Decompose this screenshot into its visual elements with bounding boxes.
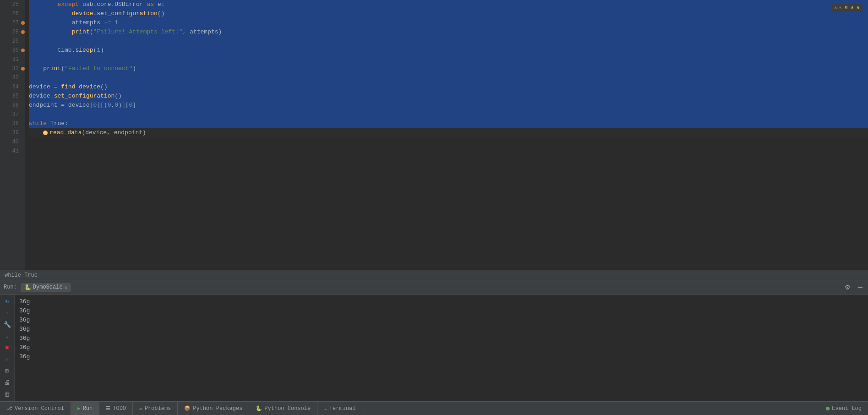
stop-button[interactable]: ■: [2, 344, 12, 352]
run-icon: ▶: [77, 405, 81, 411]
line-num-28: 28: [0, 27, 21, 37]
output-line-5: 36g: [19, 334, 863, 343]
settings-button[interactable]: ⚙: [843, 283, 852, 292]
code-line-38: while True:: [29, 119, 868, 128]
code-line-33: [29, 73, 868, 82]
code-line-36: endpoint = device[0][(0,0)][0]: [29, 101, 868, 110]
code-line-32: print("Failed to connect"): [29, 64, 868, 73]
code-content[interactable]: except usb.core.USBError as e: device.se…: [25, 0, 868, 270]
problems-icon: ⚠: [139, 405, 142, 411]
code-line-31: [29, 55, 868, 64]
clear-button[interactable]: 🗑: [2, 391, 12, 399]
line-num-39: 39: [0, 128, 21, 137]
code-line-27: attempts -= 1: [29, 18, 868, 27]
run-panel: Run: 🐍 DymoScale ✕ ⚙ ─ ↻ ↑ 🔧 ↓ ■ ≡ ⊞ 🖨 🗑…: [0, 280, 868, 401]
line-num-29: 29: [0, 37, 21, 46]
code-line-30: time.sleep(1): [29, 46, 868, 55]
line-num-36: 36: [0, 101, 21, 110]
line-num-31: 31: [0, 55, 21, 64]
line-num-33: 33: [0, 73, 21, 82]
version-control-icon: ⎇: [6, 405, 12, 411]
run-output: 36g 36g 36g 36g 36g 36g 36g: [15, 295, 868, 401]
code-line-25: except usb.core.USBError as e:: [29, 0, 868, 9]
bottom-toolbar: ⎇ Version Control ▶ Run ☰ TODO ⚠ Problem…: [0, 401, 868, 415]
run-sidebar: ↻ ↑ 🔧 ↓ ■ ≡ ⊞ 🖨 🗑: [0, 295, 15, 401]
code-line-28: print("Failure! Attempts left:", attempt…: [29, 27, 868, 37]
line-num-30: 30: [0, 46, 21, 55]
tab-todo[interactable]: ☰ TODO: [99, 402, 133, 415]
soft-wrap-button[interactable]: ≡: [2, 355, 12, 363]
code-line-37: [29, 110, 868, 119]
line-num-27: 27: [0, 18, 21, 27]
run-tab-icon: 🐍: [24, 284, 31, 291]
problems-label: Problems: [145, 405, 171, 412]
event-log-dot-icon: [826, 407, 830, 410]
code-line-39: read_data(device, endpoint): [29, 128, 868, 137]
output-line-3: 36g: [19, 316, 863, 325]
tab-event-log[interactable]: Event Log: [819, 402, 868, 415]
tab-python-console[interactable]: 🐍 Python Console: [249, 402, 317, 415]
code-line-35: device.set_configuration(): [29, 92, 868, 101]
tab-python-packages[interactable]: 📦 Python Packages: [178, 402, 249, 415]
warning-badge[interactable]: ⚠ ⚠ 9 ∧ ∨: [831, 4, 863, 11]
rerun-button[interactable]: ↻: [2, 297, 12, 305]
todo-icon: ☰: [106, 405, 110, 411]
tab-terminal[interactable]: ▭ Terminal: [317, 402, 362, 415]
output-line-2: 36g: [19, 306, 863, 316]
run-label: Run:: [4, 284, 17, 290]
event-log-label: Event Log: [832, 405, 862, 412]
code-editor[interactable]: 25 26 27 28 29 30 31 32 33 34 35 36 37 3…: [0, 0, 868, 270]
line-numbers: 25 26 27 28 29 30 31 32 33 34 35 36 37 3…: [0, 0, 25, 270]
output-line-6: 36g: [19, 343, 863, 352]
run-header: Run: 🐍 DymoScale ✕ ⚙ ─: [0, 280, 868, 295]
run-tab-label: Run: [83, 405, 93, 412]
line-num-34: 34: [0, 82, 21, 92]
tab-problems[interactable]: ⚠ Problems: [133, 402, 178, 415]
line-num-37: 37: [0, 110, 21, 119]
scroll-down-button[interactable]: ↓: [2, 332, 12, 340]
line-num-41: 41: [0, 147, 21, 156]
code-line-26: device.set_configuration(): [29, 9, 868, 18]
scroll-up-button[interactable]: ↑: [2, 309, 12, 317]
wrench-button[interactable]: 🔧: [2, 321, 12, 328]
warning-count: ⚠ 9 ∧ ∨: [839, 5, 860, 11]
code-line-34: device = find_device(): [29, 82, 868, 92]
tab-version-control[interactable]: ⎇ Version Control: [0, 402, 71, 415]
code-line-29: [29, 37, 868, 46]
version-control-label: Version Control: [15, 405, 64, 412]
status-bar: while True: [0, 270, 868, 280]
tab-run[interactable]: ▶ Run: [71, 402, 99, 415]
python-console-label: Python Console: [264, 405, 311, 412]
line-num-25: 25: [0, 0, 21, 9]
warning-icon: ⚠: [834, 5, 837, 11]
grid-button[interactable]: ⊞: [2, 367, 12, 375]
code-line-41: [29, 147, 868, 156]
terminal-label: Terminal: [329, 405, 356, 412]
run-tab-close[interactable]: ✕: [65, 284, 68, 290]
line-num-40: 40: [0, 137, 21, 147]
status-text: while True: [5, 272, 38, 278]
print-button[interactable]: 🖨: [2, 379, 12, 387]
line-num-35: 35: [0, 92, 21, 101]
terminal-icon: ▭: [324, 405, 327, 411]
run-tab[interactable]: 🐍 DymoScale ✕: [21, 283, 71, 292]
python-packages-label: Python Packages: [193, 405, 242, 412]
line-num-38: 38: [0, 119, 21, 128]
line-num-32: 32: [0, 64, 21, 73]
python-console-icon: 🐍: [256, 405, 262, 411]
todo-label: TODO: [113, 405, 126, 412]
output-line-4: 36g: [19, 325, 863, 334]
run-tab-name: DymoScale: [33, 284, 63, 290]
editor-area: 25 26 27 28 29 30 31 32 33 34 35 36 37 3…: [0, 0, 868, 280]
output-line-1: 36g: [19, 297, 863, 306]
line-num-26: 26: [0, 9, 21, 18]
python-packages-icon: 📦: [184, 405, 191, 411]
output-line-7: 36g: [19, 352, 863, 361]
minimize-button[interactable]: ─: [856, 283, 864, 292]
code-line-40: [29, 137, 868, 147]
